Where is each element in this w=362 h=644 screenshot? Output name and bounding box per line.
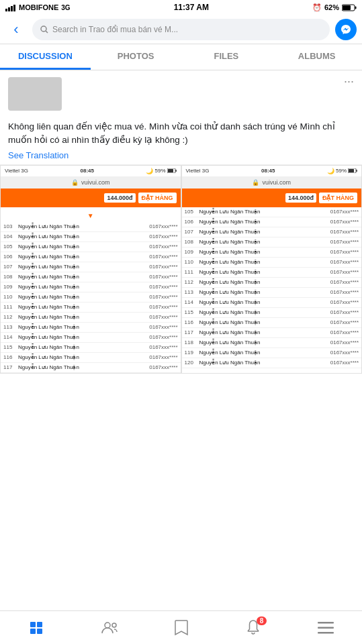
- nav-bookmark[interactable]: [174, 619, 189, 637]
- nav-menu[interactable]: [318, 621, 334, 635]
- ss-row-number: 115: [185, 309, 199, 315]
- see-translation-button[interactable]: See Translation: [8, 150, 354, 160]
- ss-row-number: 103: [3, 223, 18, 229]
- ss-row-number: 106: [3, 254, 18, 260]
- svg-rect-21: [318, 622, 334, 624]
- ss-order-button[interactable]: ĐẶT HÀNG: [138, 193, 177, 203]
- svg-rect-18: [37, 629, 42, 634]
- ss-carrier: Viettel 3G: [5, 168, 28, 174]
- ss-row-name: Nguyễn Lưu Ngân Thuận: [18, 274, 149, 280]
- ss-row-number: 120: [185, 360, 199, 366]
- ss-browser-bar: 🔒 vuivui.com: [182, 176, 362, 189]
- ss-lock-icon: 🔒: [252, 179, 259, 186]
- bottom-navigation: 8: [0, 610, 362, 644]
- ss-row-name: Nguyễn Lưu Ngân Thuận: [18, 334, 149, 340]
- ss-row-phone: 0167xxx****: [330, 279, 359, 285]
- ss-moon-icon: 🌙: [146, 168, 153, 174]
- ss-row-phone: 0167xxx****: [149, 294, 177, 300]
- ss-table-row: 120 Nguyễn Lưu Ngân Thuận 0167xxx****: [182, 358, 362, 368]
- network-label: 3G: [61, 4, 70, 11]
- tab-files[interactable]: FILES: [181, 44, 272, 70]
- ss-row-number: 109: [185, 249, 199, 255]
- nav-notifications[interactable]: 8: [245, 619, 261, 637]
- search-placeholder: Search in Trao đổi mua bán vé M...: [52, 25, 178, 34]
- ss-table-row: 117 Nguyễn Lưu Ngân Thuận 0167xxx****: [182, 328, 362, 338]
- svg-rect-5: [355, 6, 357, 9]
- tab-albums[interactable]: ALBUMS: [271, 44, 362, 70]
- post-menu-button[interactable]: ···: [344, 74, 354, 89]
- ss-row-name: Nguyễn Lưu Ngân Thuận: [18, 244, 149, 250]
- svg-point-20: [112, 623, 116, 627]
- ss-row-name: Nguyễn Lưu Ngân Thuận: [18, 324, 149, 330]
- ss-table-row: 106 Nguyễn Lưu Ngân Thuận 0167xxx****: [1, 252, 181, 262]
- ss-row-number: 116: [3, 354, 18, 360]
- ss-row-phone: 0167xxx****: [149, 364, 177, 370]
- ss-order-button[interactable]: ĐẶT HÀNG: [319, 193, 357, 203]
- ss-row-name: Nguyễn Lưu Ngân Thuận: [199, 350, 330, 356]
- ss-battery-icon: [348, 168, 357, 173]
- status-carrier: MOBIFONE 3G: [5, 3, 71, 11]
- ss-table-row: 113 Nguyễn Lưu Ngân Thuận 0167xxx****: [1, 323, 181, 333]
- ss-table: 105 Nguyễn Lưu Ngân Thuận 0167xxx**** 10…: [182, 207, 362, 368]
- ss-row-phone: 0167xxx****: [149, 354, 177, 360]
- ss-row-phone: 0167xxx****: [149, 244, 177, 250]
- ss-table-row: 111 Nguyễn Lưu Ngân Thuận 0167xxx****: [182, 268, 362, 278]
- ss-lock-icon: 🔒: [71, 179, 79, 186]
- nav-home[interactable]: [28, 620, 44, 636]
- svg-rect-2: [11, 6, 13, 11]
- ss-orange-header: 144.000đ ĐẶT HÀNG: [182, 189, 362, 207]
- ss-price: 144.000đ: [285, 193, 316, 203]
- ss-row-name: Nguyễn Lưu Ngân Thuận: [18, 294, 149, 300]
- ss-row-number: 114: [3, 334, 18, 340]
- ss-row-number: 112: [185, 279, 199, 285]
- ss-row-phone: 0167xxx****: [149, 304, 177, 310]
- svg-rect-17: [30, 629, 36, 634]
- friends-icon: [101, 620, 118, 636]
- notification-badge: 8: [257, 616, 267, 625]
- screenshots-container: Viettel 3G 08:45 🌙 59% 🔒 vuivui.com 144.…: [0, 164, 362, 374]
- back-button[interactable]: ‹: [5, 19, 27, 40]
- ss-moon-icon: 🌙: [327, 168, 334, 174]
- ss-row-number: 111: [185, 269, 199, 275]
- ss-row-name: Nguyễn Lưu Ngân Thuận: [199, 209, 330, 215]
- ss-battery: 59%: [336, 168, 347, 174]
- ss-row-number: 107: [3, 264, 18, 270]
- messenger-icon: [341, 24, 351, 35]
- search-bar[interactable]: Search in Trao đổi mua bán vé M...: [32, 19, 330, 40]
- ss-table-row: 109 Nguyễn Lưu Ngân Thuận 0167xxx****: [182, 248, 362, 258]
- ss-row-name: Nguyễn Lưu Ngân Thuận: [18, 364, 149, 370]
- ss-price: 144.000đ: [104, 193, 135, 203]
- ss-row-phone: 0167xxx****: [149, 324, 177, 330]
- ss-row-phone: 0167xxx****: [149, 223, 177, 229]
- svg-point-7: [41, 26, 46, 32]
- nav-friends[interactable]: [101, 620, 118, 636]
- ss-table-row: 103 Nguyễn Lưu Ngân Thuận 0167xxx****: [1, 222, 181, 232]
- tab-photos[interactable]: PHOTOS: [91, 44, 181, 70]
- messenger-button[interactable]: [335, 19, 357, 40]
- svg-point-19: [105, 623, 110, 628]
- battery-icon: [342, 4, 357, 11]
- ss-row-phone: 0167xxx****: [330, 219, 359, 225]
- svg-rect-0: [5, 9, 7, 11]
- ss-row-name: Nguyễn Lưu Ngân Thuận: [18, 233, 149, 239]
- ss-row-phone: 0167xxx****: [330, 209, 359, 215]
- tabs-bar: DISCUSSION PHOTOS FILES ALBUMS: [0, 44, 362, 70]
- ss-row-name: Nguyễn Lưu Ngân Thuận: [18, 284, 149, 290]
- tab-discussion[interactable]: DISCUSSION: [0, 44, 91, 70]
- ss-row-number: 117: [185, 329, 199, 335]
- ss-row-phone: 0167xxx****: [330, 289, 359, 295]
- search-icon: [40, 25, 48, 34]
- ss-row-number: 105: [3, 244, 18, 250]
- ss-time: 08:45: [81, 168, 94, 174]
- ss-row-name: Nguyễn Lưu Ngân Thuận: [18, 354, 149, 360]
- svg-rect-11: [168, 169, 173, 172]
- ss-row-number: 106: [185, 219, 199, 225]
- ss-row-name: Nguyễn Lưu Ngân Thuận: [199, 299, 330, 305]
- svg-rect-13: [356, 170, 357, 172]
- ss-row-phone: 0167xxx****: [149, 284, 177, 290]
- ss-row-phone: 0167xxx****: [149, 314, 177, 320]
- svg-rect-3: [13, 5, 15, 11]
- ss-row-name: Nguyễn Lưu Ngân Thuận: [199, 229, 330, 235]
- ss-row-name: Nguyễn Lưu Ngân Thuận: [18, 314, 149, 320]
- ss-table-row: 116 Nguyễn Lưu Ngân Thuận 0167xxx****: [1, 353, 181, 363]
